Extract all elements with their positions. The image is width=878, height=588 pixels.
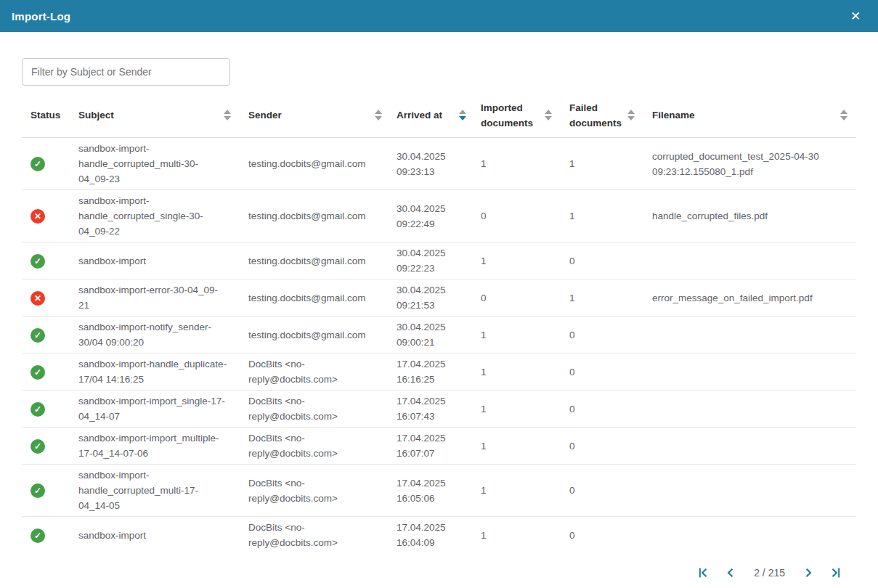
- status-error-icon: ✕: [31, 209, 45, 224]
- subject-cell: sandbox-import-import_multiple-17-04_14-…: [70, 428, 240, 464]
- filename-cell: corrupted_document_test_2025-04-30 09:23…: [643, 146, 856, 182]
- table-row: ✓ sandbox-import-handle_corrupted_multi-…: [22, 138, 856, 190]
- table-row: ✓ sandbox-import DocBits <no-reply@docbi…: [22, 517, 856, 553]
- sender-cell: testing.docbits@gmail.com: [240, 205, 391, 226]
- dialog-content: Status Subject Sender Arrived at Importe…: [0, 32, 878, 588]
- imported-documents-cell: 0: [472, 287, 561, 309]
- pagination: 2 / 215: [22, 562, 856, 584]
- filename-cell: [643, 406, 856, 412]
- failed-documents-cell: 0: [561, 362, 643, 383]
- status-success-icon: ✓: [31, 328, 45, 343]
- sort-icon-filename: [840, 110, 847, 121]
- imported-documents-cell: 1: [472, 480, 561, 501]
- sort-icon-failed-documents: [627, 110, 635, 121]
- sender-cell: DocBits <no-reply@docbits.com>: [240, 428, 391, 464]
- sort-icon-imported-documents: [545, 110, 552, 121]
- column-header-imported-documents[interactable]: Imported documents: [472, 94, 561, 136]
- chevron-right-icon: [801, 565, 816, 580]
- close-icon: ✕: [850, 10, 861, 23]
- failed-documents-cell: 0: [561, 250, 643, 271]
- first-page-button[interactable]: [694, 564, 712, 581]
- arrived-at-cell: 30.04.2025 09:22:49: [391, 198, 472, 234]
- status-cell: ✓: [22, 250, 70, 271]
- filename-cell: handle_corrupted_files.pdf: [643, 205, 856, 226]
- dialog-title: Import-Log: [12, 10, 70, 23]
- column-header-arrived-at[interactable]: Arrived at: [391, 102, 472, 128]
- imported-documents-cell: 1: [472, 324, 561, 346]
- arrived-at-cell: 17.04.2025 16:16:25: [391, 354, 472, 390]
- subject-cell: sandbox-import: [70, 525, 240, 546]
- column-header-sender[interactable]: Sender: [240, 102, 391, 128]
- sort-icon-subject: [224, 110, 231, 121]
- failed-documents-cell: 0: [561, 399, 643, 420]
- imported-documents-cell: 1: [472, 362, 561, 383]
- subject-cell: sandbox-import: [70, 250, 240, 271]
- failed-documents-cell: 0: [561, 480, 643, 501]
- last-page-icon: [829, 565, 843, 580]
- table-row: ✕ sandbox-import-handle_corrupted_single…: [22, 190, 856, 242]
- sender-cell: testing.docbits@gmail.com: [240, 153, 391, 174]
- status-cell: ✓: [22, 480, 70, 501]
- table-row: ✓ sandbox-import testing.docbits@gmail.c…: [22, 242, 856, 279]
- status-success-icon: ✓: [31, 402, 45, 417]
- status-success-icon: ✓: [31, 439, 45, 454]
- status-success-icon: ✓: [31, 365, 45, 380]
- status-cell: ✓: [22, 153, 70, 174]
- arrived-at-cell: 30.04.2025 09:22:23: [391, 242, 472, 279]
- previous-page-button[interactable]: [722, 564, 739, 581]
- table-header-row: Status Subject Sender Arrived at Importe…: [22, 93, 856, 138]
- sort-icon-arrived-at-descending: [459, 110, 466, 121]
- chevron-left-icon: [723, 565, 738, 580]
- subject-cell: sandbox-import-handle_corrupted_multi-17…: [70, 465, 240, 516]
- sender-cell: DocBits <no-reply@docbits.com>: [240, 517, 391, 553]
- status-error-icon: ✕: [31, 291, 45, 306]
- column-header-failed-documents[interactable]: Failed documents: [561, 94, 643, 136]
- sender-cell: testing.docbits@gmail.com: [240, 287, 391, 309]
- imported-documents-cell: 0: [472, 205, 561, 226]
- dialog-titlebar: Import-Log ✕: [0, 0, 878, 32]
- filename-cell: [643, 532, 856, 538]
- filename-cell: [643, 488, 856, 494]
- filter-input[interactable]: [22, 58, 230, 86]
- status-success-icon: ✓: [31, 157, 45, 171]
- status-success-icon: ✓: [31, 483, 45, 498]
- sender-cell: DocBits <no-reply@docbits.com>: [240, 354, 391, 390]
- next-page-button[interactable]: [800, 564, 817, 581]
- column-header-filename[interactable]: Filename: [643, 102, 856, 128]
- table-row: ✓ sandbox-import-notify_sender-30/04 09:…: [22, 317, 856, 354]
- imported-documents-cell: 1: [472, 525, 561, 546]
- subject-cell: sandbox-import-notify_sender-30/04 09:00…: [70, 317, 240, 353]
- failed-documents-cell: 0: [561, 436, 643, 457]
- table-row: ✓ sandbox-import-handle_duplicate-17/04 …: [22, 354, 856, 391]
- table-row: ✓ sandbox-import-import_multiple-17-04_1…: [22, 428, 856, 465]
- imported-documents-cell: 1: [472, 399, 561, 420]
- imported-documents-cell: 1: [472, 153, 561, 174]
- filename-cell: [643, 332, 856, 338]
- status-cell: ✓: [22, 525, 70, 546]
- failed-documents-cell: 0: [561, 324, 643, 346]
- column-header-status: Status: [22, 102, 70, 128]
- filename-cell: [643, 369, 856, 375]
- arrived-at-cell: 30.04.2025 09:23:13: [391, 146, 472, 182]
- filename-cell: [643, 443, 856, 449]
- import-log-dialog: Import-Log ✕ Status Subject Sender: [0, 0, 878, 588]
- subject-cell: sandbox-import-handle_duplicate-17/04 14…: [70, 354, 240, 390]
- failed-documents-cell: 1: [561, 205, 643, 226]
- close-button[interactable]: ✕: [845, 5, 866, 27]
- arrived-at-cell: 17.04.2025 16:07:07: [391, 428, 472, 464]
- sender-cell: testing.docbits@gmail.com: [240, 324, 391, 346]
- failed-documents-cell: 1: [561, 153, 643, 174]
- imported-documents-cell: 1: [472, 250, 561, 271]
- last-page-button[interactable]: [827, 564, 845, 581]
- table-body: ✓ sandbox-import-handle_corrupted_multi-…: [22, 138, 856, 553]
- status-cell: ✕: [22, 205, 70, 226]
- page-indicator: 2 / 215: [754, 567, 785, 579]
- filename-cell: [643, 258, 856, 264]
- column-header-subject[interactable]: Subject: [70, 102, 240, 128]
- subject-cell: sandbox-import-error-30-04_09-21: [70, 279, 240, 316]
- status-cell: ✓: [22, 399, 70, 420]
- arrived-at-cell: 30.04.2025 09:21:53: [391, 279, 472, 316]
- import-log-table: Status Subject Sender Arrived at Importe…: [22, 93, 856, 553]
- sender-cell: DocBits <no-reply@docbits.com>: [240, 391, 391, 427]
- sender-cell: DocBits <no-reply@docbits.com>: [240, 473, 391, 509]
